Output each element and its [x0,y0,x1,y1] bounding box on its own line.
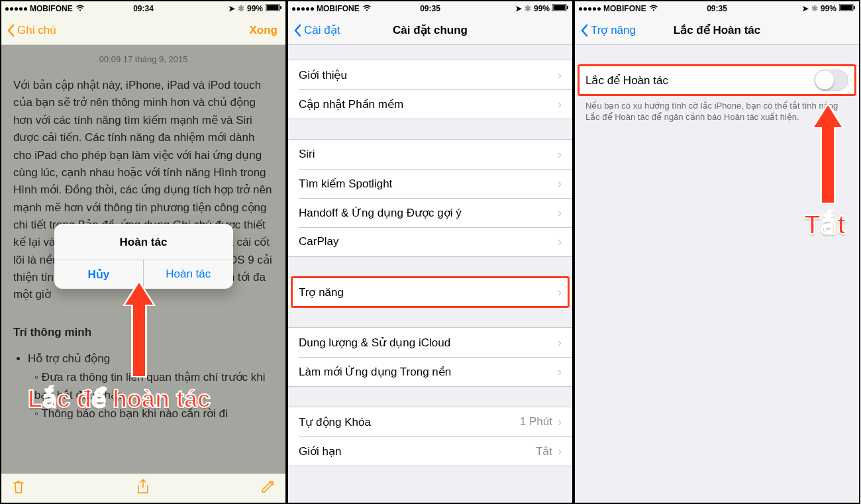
row-label: Handoff & Ứng dụng Được gợi ý [299,206,462,220]
settings-group: Siri› Tìm kiếm Spotlight› Handoff & Ứng … [288,139,572,257]
chevron-right-icon: › [558,97,562,111]
back-label: Cài đặt [304,23,340,37]
bluetooth-icon: ✱ [525,4,531,13]
chevron-right-icon: › [558,148,562,162]
settings-list[interactable]: Giới thiệu› Cập nhật Phần mềm› Siri› Tìm… [288,45,572,503]
row-accessibility[interactable]: Trợ năng› [288,277,572,307]
nav-bar: Trợ năng Lắc để Hoàn tác [575,16,859,45]
note-date: 00:09 17 tháng 9, 2015 [13,53,274,66]
bluetooth-icon: ✱ [238,4,244,13]
back-button[interactable]: Trợ năng [580,23,636,37]
row-about[interactable]: Giới thiệu› [288,60,572,89]
toggle-switch[interactable] [814,70,848,91]
chevron-right-icon: › [558,235,562,249]
row-handoff[interactable]: Handoff & Ứng dụng Được gợi ý› [288,198,572,227]
compose-icon[interactable] [260,479,275,498]
phone-2-settings-general: MOBIFONE 09:35 ➤ ✱ 99% Cài đặt Cài đặt c… [287,0,574,504]
row-siri[interactable]: Siri› [288,140,572,169]
list-item: Đưa ra thông tin liên quan thậm chí trướ… [34,369,274,404]
chevron-right-icon: › [558,444,562,458]
trash-icon[interactable] [12,479,25,498]
chevron-right-icon: › [558,206,562,220]
chevron-right-icon: › [558,365,562,379]
back-label: Trợ năng [591,23,636,37]
annotation-label: Tắt [804,209,846,240]
row-carplay[interactable]: CarPlay› [288,227,572,256]
back-label: Ghi chú [17,24,56,37]
row-label: Tự động Khóa [299,415,371,429]
chevron-right-icon: › [558,336,562,350]
undo-alert: Hoàn tác Hủy Hoàn tác [54,224,233,289]
row-label: Giới hạn [299,444,341,458]
settings-group: Tự động Khóa1 Phút› Giới hạnTắt› [288,407,572,466]
list-item: Hỗ trợ chủ động [28,350,274,368]
bluetooth-icon: ✱ [811,4,818,13]
settings-group: Lắc để Hoàn tác [575,65,859,95]
list-item: Thông báo cho bạn khi nào cần rời đi [34,405,274,423]
row-label: Làm mới Ứng dụng Trong nền [299,365,451,379]
chevron-right-icon: › [558,285,562,299]
footer-text: Nếu bạn có xu hướng tình cờ lắc iPhone, … [575,95,859,123]
chevron-left-icon [293,24,301,37]
row-auto-lock[interactable]: Tự động Khóa1 Phút› [288,407,572,436]
nav-bar: Ghi chú Xong [1,16,285,45]
alert-undo-button[interactable]: Hoàn tác [144,260,233,289]
notes-toolbar [1,474,285,503]
page-title: Lắc để Hoàn tác [674,23,760,37]
row-storage[interactable]: Dung lượng & Sử dụng iCloud› [288,328,572,357]
settings-group: Giới thiệu› Cập nhật Phần mềm› [288,60,572,119]
back-button[interactable]: Ghi chú [7,24,56,37]
status-bar: MOBIFONE 09:34 ➤ ✱ 99% [1,1,285,16]
chevron-right-icon: › [558,177,562,191]
row-restrictions[interactable]: Giới hạnTắt› [288,436,572,466]
note-bullets: Hỗ trợ chủ động Đưa ra thông tin liên qu… [28,350,274,423]
settings-group: Dung lượng & Sử dụng iCloud› Làm mới Ứng… [288,327,572,387]
row-label: Dung lượng & Sử dụng iCloud [299,336,450,350]
row-label: Lắc để Hoàn tác [585,74,668,87]
share-icon[interactable] [136,479,150,499]
done-button[interactable]: Xong [250,24,278,37]
chevron-left-icon [7,24,15,37]
chevron-right-icon: › [558,68,562,82]
row-detail: 1 Phút [520,415,552,428]
status-bar: MOBIFONE 09:35 ➤ ✱ 99% [288,1,572,16]
row-software-update[interactable]: Cập nhật Phần mềm› [288,89,572,119]
settings-group: Trợ năng› [288,277,572,307]
row-detail: Tắt [536,444,552,458]
alert-title: Hoàn tác [54,224,233,260]
row-label: CarPlay [299,235,338,248]
toggle-knob [815,71,834,89]
settings-list: Lắc để Hoàn tác Nếu bạn có xu hướng tình… [575,45,859,503]
chevron-left-icon [580,24,588,37]
back-button[interactable]: Cài đặt [293,23,340,37]
phone-3-shake-to-undo: MOBIFONE 09:35 ➤ ✱ 99% Trợ năng Lắc để H… [574,0,860,504]
note-heading: Trí thông minh [13,324,274,341]
row-label: Cập nhật Phần mềm [299,97,403,111]
nav-bar: Cài đặt Cài đặt chung [288,16,572,45]
alert-cancel-button[interactable]: Hủy [54,260,144,289]
row-background-refresh[interactable]: Làm mới Ứng dụng Trong nền› [288,357,572,386]
row-label: Giới thiệu [299,68,347,82]
row-label: Trợ năng [299,285,344,299]
row-label: Siri [299,148,315,161]
row-spotlight[interactable]: Tìm kiếm Spotlight› [288,169,572,198]
row-label: Tìm kiếm Spotlight [299,177,392,191]
chevron-right-icon: › [558,415,562,429]
status-bar: MOBIFONE 09:35 ➤ ✱ 99% [575,1,859,16]
phone-1-notes: MOBIFONE 09:34 ➤ ✱ 99% Ghi chú Xong 00:0… [0,0,287,504]
page-title: Cài đặt chung [393,23,468,37]
row-shake-to-undo[interactable]: Lắc để Hoàn tác [575,66,859,95]
